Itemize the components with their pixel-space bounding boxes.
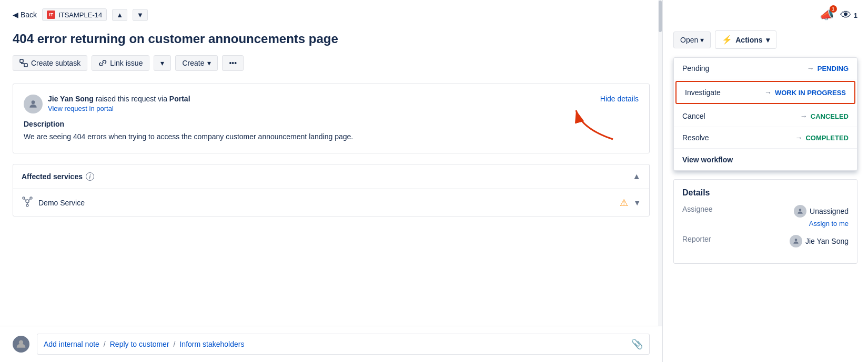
dropdown-item-investigate[interactable]: Investigate → WORK IN PROGRESS xyxy=(677,82,854,103)
service-expand-icon[interactable]: ▼ xyxy=(633,199,641,207)
issue-tag[interactable]: IT ITSAMPLE-14 xyxy=(42,8,107,21)
dropdown-item-investigate-wrapper: Investigate → WORK IN PROGRESS xyxy=(675,81,855,104)
details-card: Jie Yan Song raised this request via Por… xyxy=(13,84,650,153)
back-chevron-icon: ◀ xyxy=(13,11,18,19)
description-section: Description We are seeing 404 errors whe… xyxy=(24,120,639,142)
add-internal-note-button[interactable]: Add internal note xyxy=(44,340,99,348)
comment-user-avatar-icon xyxy=(16,339,26,349)
assignee-value-content: Unassigned xyxy=(794,205,849,218)
user-avatar xyxy=(24,95,43,113)
svg-line-7 xyxy=(25,199,26,201)
reporter-value-content: Jie Yan Song xyxy=(790,235,849,247)
inform-stakeholders-button[interactable]: Inform stakeholders xyxy=(179,340,244,348)
svg-point-12 xyxy=(799,209,802,211)
issue-title: 404 error returning on customer announce… xyxy=(13,30,650,47)
investigate-arrow-icon: → xyxy=(764,88,772,97)
create-subtask-button[interactable]: Create subtask xyxy=(13,55,87,71)
assignee-label: Assignee xyxy=(682,205,794,213)
assignee-avatar xyxy=(794,205,806,218)
investigate-status: → WORK IN PROGRESS xyxy=(764,88,846,97)
back-button[interactable]: ◀ Back xyxy=(13,11,37,19)
investigate-status-text: WORK IN PROGRESS xyxy=(775,89,846,97)
cancel-label: Cancel xyxy=(682,112,705,120)
eye-icon-wrapper[interactable]: 👁 1 xyxy=(840,8,857,22)
assignee-avatar-icon xyxy=(796,208,804,215)
svg-point-5 xyxy=(30,197,32,199)
megaphone-wrapper: 📣 1 xyxy=(820,8,834,22)
affected-header-left: Affected services i xyxy=(22,172,94,181)
back-label: Back xyxy=(21,11,37,19)
svg-point-2 xyxy=(32,101,35,105)
user-text-block: Jie Yan Song raised this request via Por… xyxy=(48,95,190,112)
svg-point-6 xyxy=(26,204,28,206)
actions-button[interactable]: ⚡ Actions ▾ xyxy=(715,30,776,49)
reporter-avatar-icon xyxy=(792,237,800,245)
warning-icon: ⚠ xyxy=(620,197,628,209)
open-status-button[interactable]: Open ▾ xyxy=(673,32,711,48)
affected-services-section: Affected services i ▲ Demo Service ⚠ ▼ xyxy=(13,164,650,216)
resolve-arrow-icon: → xyxy=(795,133,802,142)
affected-services-header[interactable]: Affected services i ▲ xyxy=(13,164,649,189)
reporter-row: Reporter Jie Yan Song xyxy=(682,235,849,247)
comment-actions-bar: Add internal note / Reply to customer / … xyxy=(37,334,650,355)
info-icon: i xyxy=(86,172,94,181)
paperclip-icon[interactable]: 📎 xyxy=(631,338,643,350)
create-button[interactable]: Create ▾ xyxy=(175,55,218,71)
chevron-up-icon: ▲ xyxy=(632,172,641,181)
avatar-icon xyxy=(28,99,38,109)
service-row: Demo Service ⚠ ▼ xyxy=(13,189,649,216)
raised-text: raised this request via xyxy=(96,95,167,103)
comment-sep-2: / xyxy=(174,340,176,348)
affected-services-label: Affected services xyxy=(22,172,83,181)
nav-up-button[interactable]: ▲ xyxy=(112,9,127,21)
reply-to-customer-button[interactable]: Reply to customer xyxy=(110,340,169,348)
workflow-dropdown-menu: Pending → PENDING Investigate → WORK IN … xyxy=(673,57,857,171)
view-workflow-button[interactable]: View workflow xyxy=(674,149,857,170)
investigate-label: Investigate xyxy=(685,88,721,97)
more-button[interactable]: ••• xyxy=(222,55,244,71)
user-info: Jie Yan Song raised this request via Por… xyxy=(24,95,190,113)
top-nav: ◀ Back IT ITSAMPLE-14 ▲ ▼ xyxy=(13,8,650,21)
nav-down-button[interactable]: ▼ xyxy=(133,9,148,21)
comment-sep-1: / xyxy=(104,340,106,348)
service-right: ⚠ ▼ xyxy=(620,197,641,209)
service-network-icon xyxy=(22,195,33,210)
pending-label: Pending xyxy=(682,64,709,73)
link-issue-button[interactable]: Link issue xyxy=(92,55,149,71)
actions-label: Actions xyxy=(735,36,762,44)
svg-point-4 xyxy=(23,197,25,199)
link-icon xyxy=(98,59,107,67)
toolbar-dropdown-button[interactable]: ▾ xyxy=(154,55,171,71)
lightning-icon: ⚡ xyxy=(722,35,732,45)
create-dropdown-icon: ▾ xyxy=(207,59,211,67)
right-panel: 📣 1 👁 1 Open ▾ ⚡ Actions ▾ xyxy=(663,0,868,362)
description-label: Description xyxy=(24,120,639,128)
dropdown-item-cancel[interactable]: Cancel → CANCELED xyxy=(674,106,857,127)
cancel-arrow-icon: → xyxy=(800,112,808,120)
dropdown-item-pending[interactable]: Pending → PENDING xyxy=(674,58,857,79)
link-issue-label: Link issue xyxy=(110,59,143,67)
assignee-value-block: Unassigned Assign to me xyxy=(794,205,849,227)
right-details-section: Details Assignee Unassigned Assign to me… xyxy=(673,179,857,264)
view-portal-link[interactable]: View request in portal xyxy=(48,105,190,112)
hide-details-button[interactable]: Hide details xyxy=(600,95,639,103)
svg-line-8 xyxy=(29,199,31,201)
reporter-label: Reporter xyxy=(682,235,790,243)
description-text: We are seeing 404 errors when trying to … xyxy=(24,131,639,142)
right-top-icons: 📣 1 👁 1 xyxy=(820,8,857,22)
assign-to-me-button[interactable]: Assign to me xyxy=(809,220,849,227)
eye-count: 1 xyxy=(854,12,857,19)
eye-icon-symbol: 👁 xyxy=(840,8,852,22)
more-icon: ••• xyxy=(229,59,237,67)
reporter-name: Jie Yan Song xyxy=(805,237,849,245)
notification-badge: 1 xyxy=(830,5,837,13)
pending-status: → PENDING xyxy=(807,64,849,73)
right-top-bar: 📣 1 👁 1 xyxy=(673,8,857,22)
create-subtask-label: Create subtask xyxy=(31,59,80,67)
open-dropdown-icon: ▾ xyxy=(700,36,704,44)
network-icon-svg xyxy=(22,195,33,207)
pending-status-text: PENDING xyxy=(817,65,849,73)
comment-bar: Add internal note / Reply to customer / … xyxy=(0,326,662,362)
action-bar: Create subtask Link issue ▾ Create ▾ ••• xyxy=(13,55,650,71)
dropdown-item-resolve[interactable]: Resolve → COMPLETED xyxy=(674,127,857,149)
